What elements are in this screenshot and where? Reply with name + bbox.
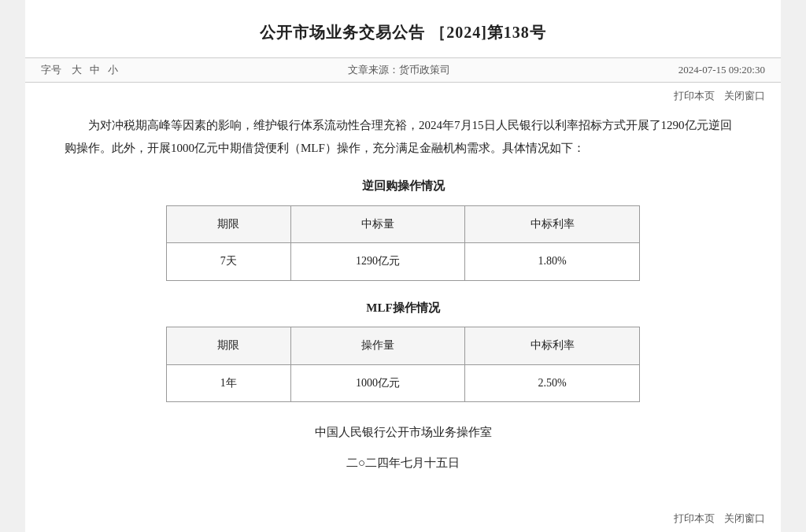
bottom-action-bar: 打印本页 关闭窗口 [25, 505, 781, 529]
table1-row1-col3: 1.80% [465, 243, 640, 281]
footer-org: 中国人民银行公开市场业务操作室 [65, 421, 741, 444]
table2-col3-header: 中标利率 [465, 327, 640, 365]
table1-row1-col1: 7天 [167, 243, 291, 281]
close-button-top[interactable]: 关闭窗口 [724, 89, 765, 103]
table2-header-row: 期限 操作量 中标利率 [167, 327, 640, 365]
font-medium-button[interactable]: 中 [87, 63, 102, 77]
table2-row1-col2: 1000亿元 [290, 364, 465, 402]
table1: 期限 中标量 中标利率 7天 1290亿元 1.80% [166, 205, 640, 281]
table1-col1-header: 期限 [167, 205, 291, 243]
datetime: 2024-07-15 09:20:30 [678, 64, 765, 76]
main-title: 公开市场业务交易公告 ［2024]第138号 [25, 0, 781, 57]
table1-col2-header: 中标量 [290, 205, 465, 243]
table1-row1-col2: 1290亿元 [290, 243, 465, 281]
print-button-bottom[interactable]: 打印本页 [674, 512, 715, 526]
table2: 期限 操作量 中标利率 1年 1000亿元 2.50% [166, 327, 640, 402]
top-action-bar: 打印本页 关闭窗口 [25, 83, 781, 106]
font-size-controls: 字号 大 中 小 [41, 63, 120, 77]
table1-header-row: 期限 中标量 中标利率 [167, 205, 640, 243]
table2-col2-header: 操作量 [290, 327, 465, 365]
table2-title: MLF操作情况 [65, 297, 741, 320]
table2-col1-header: 期限 [167, 327, 291, 365]
font-size-label: 字号 [41, 63, 61, 77]
table1-title: 逆回购操作情况 [65, 175, 741, 198]
source-info: 文章来源：货币政策司 [348, 63, 450, 77]
font-small-button[interactable]: 小 [105, 63, 120, 77]
page-wrapper: 公开市场业务交易公告 ［2024]第138号 字号 大 中 小 文章来源：货币政… [25, 0, 781, 532]
table2-row-1: 1年 1000亿元 2.50% [167, 364, 640, 402]
table2-row1-col1: 1年 [167, 364, 291, 402]
close-button-bottom[interactable]: 关闭窗口 [724, 512, 765, 526]
table2-row1-col3: 2.50% [465, 364, 640, 402]
content-area: 为对冲税期高峰等因素的影响，维护银行体系流动性合理充裕，2024年7月15日人民… [25, 106, 781, 490]
font-large-button[interactable]: 大 [69, 63, 84, 77]
footer-date: 二○二四年七月十五日 [65, 452, 741, 475]
table1-col3-header: 中标利率 [465, 205, 640, 243]
print-button-top[interactable]: 打印本页 [674, 89, 715, 103]
top-bar: 字号 大 中 小 文章来源：货币政策司 2024-07-15 09:20:30 [25, 57, 781, 83]
intro-text: 为对冲税期高峰等因素的影响，维护银行体系流动性合理充裕，2024年7月15日人民… [65, 114, 741, 159]
table1-row-1: 7天 1290亿元 1.80% [167, 243, 640, 281]
